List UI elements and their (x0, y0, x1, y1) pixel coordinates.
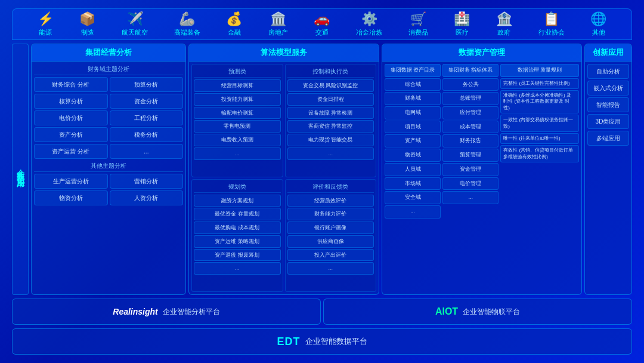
edt-desc: 企业智能数据平台 (305, 336, 367, 347)
main-container: ⚡能源📦制造✈️航天航空🦾高端装备💰金融🏛️房地产🚗交通⚙️冶金冶炼🛒消费品🏥医… (12, 8, 632, 355)
innovation-cell: 3D类应用 (587, 114, 629, 129)
group-cell-2: 生产运营分析 (34, 174, 108, 189)
algo-cell: 资产运维 策略规划 (194, 235, 281, 248)
platforms-row: Realinsight 企业智能分析平台 AIOT 企业智能物联平台 (12, 299, 632, 325)
industry-item-其他: 🌐其他 (590, 11, 606, 37)
industry-item-能源: ⚡能源 (38, 11, 54, 37)
group-analysis-header: 集团经营分析 (32, 44, 185, 61)
algo-sub-title: 控制和执行类 (287, 66, 374, 78)
group-cell: 资产运营 分析 (34, 144, 108, 159)
group-cell-2: 人资分析 (110, 190, 184, 205)
aiot-platform: AIOT 企业智能物联平台 (323, 299, 632, 325)
data-cell: 成本管理 (442, 121, 499, 134)
algo-cell: ... (287, 147, 374, 160)
industry-label: 高端装备 (174, 28, 200, 37)
data-cell-quality: 有效性 (营销、信贷项目付款订单 多维较验有效性比例) (500, 145, 579, 162)
group-cell: 税务分析 (110, 127, 184, 142)
algo-cell: 供应商画像 (287, 235, 374, 248)
data-cell: 项目域 (385, 121, 441, 134)
group-cell: 资金分析 (110, 94, 184, 109)
algo-sub-panel-0: 预测类经营目标测算投资能力测算输配电价测算零售电预测电费收入预测... (191, 64, 283, 177)
data-col-1: 集团数据 资产目录综合域财务域电网域项目域资产域物资域人员域市场域安全域... (385, 64, 441, 292)
algo-model-header: 算法模型服务 (189, 44, 379, 61)
industry-item-交通: 🚗交通 (314, 11, 330, 37)
algo-sub-title: 预测类 (194, 66, 281, 78)
industry-icon: 🌐 (590, 11, 606, 27)
industry-item-航天航空: ✈️航天航空 (122, 11, 148, 37)
innovation-cell: 智能报告 (587, 97, 629, 112)
industry-item-制造: 📦制造 (79, 11, 95, 37)
data-cell: 资金管理 (442, 163, 499, 176)
industry-item-政府: 🏦政府 (496, 11, 512, 37)
aiot-desc: 企业智能物联平台 (463, 307, 520, 317)
industry-row: ⚡能源📦制造✈️航天航空🦾高端装备💰金融🏛️房地产🚗交通⚙️冶金冶炼🛒消费品🏥医… (12, 8, 632, 40)
group-cell: 工程分析 (110, 110, 184, 125)
data-cell: 应付管理 (442, 106, 499, 119)
algo-cell: 电力现货 智能交易 (287, 134, 374, 146)
industry-item-医疗: 🏥医疗 (454, 11, 470, 37)
algo-cell: 最优购电 成本规划 (194, 222, 281, 234)
algo-cell: 资金交易 风险识别监控 (287, 79, 374, 92)
algo-cell: 经营质效评价 (287, 195, 374, 207)
algo-cell: ... (194, 147, 281, 160)
group-cell: 电价分析 (34, 110, 108, 125)
realinsight-desc: 企业智能分析平台 (163, 307, 220, 317)
industry-icon: 🏦 (496, 11, 512, 27)
content-area: 企业数字化应用 集团经营分析 财务域主题分析财务综合 分析预算分析核算分析资金分… (12, 44, 632, 295)
industry-icon: 🚗 (314, 11, 330, 27)
data-col-title: 集团财务 指标体系 (442, 64, 499, 77)
industry-label: 金融 (228, 28, 241, 37)
edt-name: EDT (277, 336, 301, 348)
innovation-cell: 多端应用 (587, 131, 629, 146)
algo-sub-panel-2: 规划类融资方案规划最优资金 存量规划最优购电 成本规划资产运维 策略规划资产退役… (191, 179, 283, 293)
realinsight-platform: Realinsight 企业智能分析平台 (12, 299, 321, 325)
industry-item-高端装备: 🦾高端装备 (174, 11, 200, 37)
data-cell: 人员域 (385, 163, 441, 176)
algo-cell: 零售电预测 (194, 120, 281, 133)
sub-section-title-2: 其他主题分析 (34, 161, 183, 172)
innovation-cell: 自助分析 (587, 64, 629, 79)
algo-cell: 资产退役 报废筹划 (194, 249, 281, 262)
algo-sub-panel-3: 评价和反馈类经营质效评价财务能力评价银行账户画像供应商画像投入产出评价... (285, 179, 377, 293)
algo-cell: 银行账户画像 (287, 222, 374, 234)
industry-label: 消费品 (408, 28, 428, 37)
algo-cell: 设备故障 异常检测 (287, 107, 374, 119)
group-cell: 预算分析 (110, 77, 184, 92)
group-cell: 资产分析 (34, 127, 108, 142)
left-label: 企业数字化应用 (12, 44, 29, 295)
data-cell-quality: 唯一性 (往来单位ID唯一性) (500, 133, 579, 144)
realinsight-name: Realinsight (113, 307, 157, 316)
innovation-body: 自助分析嵌入式分析智能报告3D类应用多端应用 (585, 61, 631, 294)
group-cell-2: 营销分析 (110, 174, 184, 189)
data-col-3: 数据治理 质量规则完整性 (员工关键性完整性比例)准确性 (多维成本分摊准确性)… (500, 64, 579, 292)
innovation-panel: 创新应用 自助分析嵌入式分析智能报告3D类应用多端应用 (584, 44, 632, 295)
industry-icon: 🏛️ (270, 11, 286, 27)
group-analysis-body: 财务域主题分析财务综合 分析预算分析核算分析资金分析电价分析工程分析资产分析税务… (32, 61, 185, 294)
industry-icon: 📦 (79, 11, 95, 27)
algo-sub-title: 规划类 (194, 182, 281, 193)
industry-label: 医疗 (456, 28, 469, 37)
aiot-name: AIOT (435, 306, 458, 317)
innovation-cell: 嵌入式分析 (587, 81, 629, 96)
algo-cell: 客商资信 异常监控 (287, 120, 374, 133)
data-cell: 电网域 (385, 106, 441, 119)
algo-model-body: 预测类经营目标测算投资能力测算输配电价测算零售电预测电费收入预测...控制和执行… (189, 61, 379, 294)
data-cell: 电价管理 (442, 177, 499, 190)
data-cell-quality: 完整性 (员工关键性完整性比例) (500, 78, 579, 89)
data-cell: 预算管理 (442, 149, 499, 162)
data-col-2: 集团财务 指标体系务公共总账管理应付管理成本管理财务报告预算管理资金管理电价管理… (442, 64, 499, 292)
industry-item-冶金冶炼: ⚙️冶金冶炼 (356, 11, 382, 37)
innovation-header: 创新应用 (585, 44, 631, 61)
algo-cell: 投资能力测算 (194, 93, 281, 106)
industry-label: 冶金冶炼 (356, 28, 382, 37)
industry-icon: 🏥 (454, 11, 470, 27)
industry-icon: 💰 (226, 11, 242, 27)
data-cell: 物资域 (385, 149, 441, 162)
algo-sub-title: 评价和反馈类 (287, 182, 374, 193)
sub-section-title-1: 财务域主题分析 (34, 64, 183, 75)
industry-icon: ⚙️ (361, 11, 377, 27)
data-cell: 市场域 (385, 177, 441, 190)
data-cell: 务公共 (442, 78, 499, 91)
industry-label: 交通 (315, 28, 329, 37)
industry-icon: 📋 (543, 11, 559, 27)
